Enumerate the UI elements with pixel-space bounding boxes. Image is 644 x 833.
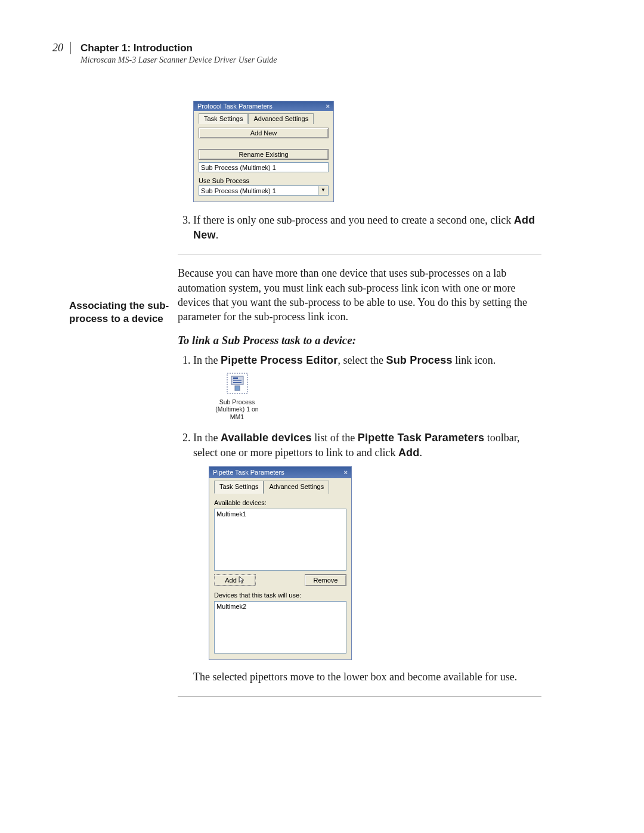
separator — [178, 255, 541, 255]
sub-process-link-icon: Sub Process (Multimek) 1 on MM1 — [209, 373, 265, 421]
page-number: 20 — [36, 42, 71, 54]
available-devices-list[interactable]: Multimek1 — [214, 509, 346, 571]
separator — [178, 696, 541, 697]
step-3: If there is only one sub-process and you… — [193, 213, 541, 243]
remove-button[interactable]: Remove — [305, 574, 346, 586]
svg-rect-3 — [233, 380, 242, 381]
icon-caption-line2: (Multimek) 1 on — [209, 405, 265, 413]
devices-used-list[interactable]: Multimek2 — [214, 601, 346, 654]
devices-used-label: Devices that this task will use: — [214, 591, 346, 600]
guide-title: Microscan MS-3 Laser Scanner Device Driv… — [80, 55, 277, 65]
step-2-followup: The selected pipettors move to the lower… — [193, 670, 541, 684]
step-1: In the Pipette Process Editor, select th… — [193, 353, 541, 421]
panel-title: Protocol Task Parameters — [197, 103, 273, 110]
chapter-title: Chapter 1: Introduction — [80, 42, 277, 54]
select-value[interactable] — [199, 185, 318, 196]
tab-task-settings[interactable]: Task Settings — [214, 481, 264, 493]
subhead-link-task: To link a Sub Process task to a device: — [178, 334, 541, 347]
rename-input[interactable] — [199, 162, 329, 172]
side-heading-associating: Associating the sub-process to a device — [69, 299, 182, 326]
svg-rect-5 — [235, 386, 240, 391]
associating-paragraph: Because you can have more than one devic… — [178, 266, 541, 324]
chevron-down-icon[interactable]: ▼ — [318, 185, 329, 196]
icon-caption-line1: Sub Process — [209, 398, 265, 406]
cursor-icon — [239, 576, 245, 584]
svg-rect-4 — [233, 382, 242, 383]
svg-rect-2 — [233, 377, 238, 379]
close-icon[interactable]: × — [344, 468, 348, 477]
available-devices-label: Available devices: — [214, 498, 346, 507]
pipette-task-parameters-panel: Pipette Task Parameters × Task Settings … — [209, 466, 352, 661]
list-item[interactable]: Multimek1 — [216, 510, 344, 519]
page-header: 20 Chapter 1: Introduction Microscan MS-… — [36, 42, 590, 65]
panel-titlebar: Pipette Task Parameters × — [209, 467, 351, 478]
tab-advanced-settings[interactable]: Advanced Settings — [248, 113, 314, 124]
icon-caption-line3: MM1 — [209, 413, 265, 421]
protocol-task-parameters-panel: Protocol Task Parameters × Task Settings… — [193, 101, 334, 202]
tab-advanced-settings[interactable]: Advanced Settings — [264, 481, 329, 493]
use-sub-process-label: Use Sub Process — [199, 177, 329, 184]
add-new-button[interactable]: Add New — [199, 128, 329, 138]
step-2: In the Available devices list of the Pip… — [193, 431, 541, 685]
list-item[interactable]: Multimek2 — [216, 602, 344, 611]
panel-title: Pipette Task Parameters — [213, 468, 284, 477]
close-icon[interactable]: × — [326, 103, 330, 110]
tab-task-settings[interactable]: Task Settings — [199, 113, 248, 124]
panel-titlebar: Protocol Task Parameters × — [194, 101, 333, 111]
use-sub-process-select[interactable]: ▼ — [199, 185, 329, 196]
rename-existing-button[interactable]: Rename Existing — [199, 149, 329, 160]
add-button[interactable]: Add — [214, 574, 256, 586]
